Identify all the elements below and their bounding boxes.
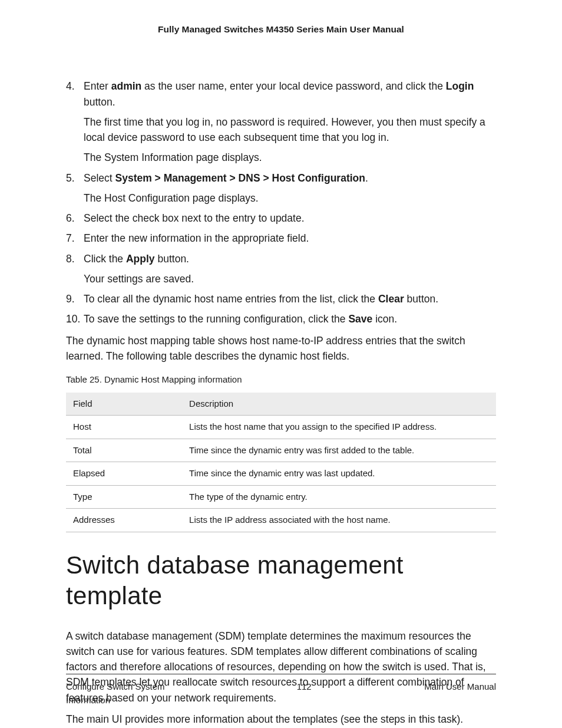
step-text: Enter: [84, 80, 111, 92]
step-detail: Your settings are saved.: [84, 271, 496, 286]
step-9: To clear all the dynamic host name entri…: [66, 291, 496, 307]
table-header-description: Description: [182, 393, 496, 416]
paragraph: The dynamic host mapping table shows hos…: [66, 333, 496, 364]
bold-login: Login: [446, 80, 474, 92]
step-text: as the user name, enter your local devic…: [141, 80, 446, 92]
step-text: button.: [404, 293, 438, 305]
numbered-steps: Enter admin as the user name, enter your…: [66, 78, 496, 327]
table-cell-field: Host: [66, 416, 182, 439]
step-detail: The Host Configuration page displays.: [84, 190, 496, 206]
footer-page-number: 112: [297, 680, 312, 707]
step-text: Enter the new information in the appropr…: [84, 232, 309, 244]
step-text: Select: [84, 172, 115, 184]
bold-apply: Apply: [126, 253, 155, 265]
section-heading: Switch database management template: [66, 550, 496, 612]
step-4: Enter admin as the user name, enter your…: [66, 78, 496, 165]
table-cell-field: Total: [66, 439, 182, 462]
table-cell-field: Elapsed: [66, 462, 182, 486]
step-text: Select the check box next to the entry t…: [84, 212, 305, 224]
page-footer: Configure Switch System Information 112 …: [66, 674, 496, 707]
table-cell-field: Addresses: [66, 509, 182, 532]
table-cell-description: Time since the dynamic entry was last up…: [182, 462, 496, 486]
step-6: Select the check box next to the entry t…: [66, 210, 496, 226]
table-row: Type The type of the dynamic entry.: [66, 485, 496, 509]
step-text: To save the settings to the running conf…: [84, 313, 348, 325]
step-10: To save the settings to the running conf…: [66, 311, 496, 327]
bold-save: Save: [348, 313, 372, 325]
table-caption: Table 25. Dynamic Host Mapping informati…: [66, 373, 496, 387]
bold-admin: admin: [111, 80, 142, 92]
table-cell-description: Lists the host name that you assign to t…: [182, 416, 496, 439]
step-7: Enter the new information in the appropr…: [66, 230, 496, 246]
step-text: button.: [84, 96, 115, 108]
footer-right: Main User Manual: [424, 680, 496, 707]
step-8: Click the Apply button. Your settings ar…: [66, 251, 496, 287]
bold-clear: Clear: [378, 293, 404, 305]
table-cell-field: Type: [66, 485, 182, 509]
table-row: Total Time since the dynamic entry was f…: [66, 439, 496, 462]
step-text: Click the: [84, 253, 126, 265]
table-cell-description: Time since the dynamic entry was first a…: [182, 439, 496, 462]
table-cell-description: The type of the dynamic entry.: [182, 485, 496, 509]
bold-menu-path: System > Management > DNS > Host Configu…: [115, 172, 365, 184]
table-cell-description: Lists the IP address associated with the…: [182, 509, 496, 532]
table-row: Addresses Lists the IP address associate…: [66, 509, 496, 532]
table-header-row: Field Description: [66, 393, 496, 416]
table-row: Host Lists the host name that you assign…: [66, 416, 496, 439]
step-detail: The System Information page displays.: [84, 150, 496, 165]
step-text: button.: [155, 253, 189, 265]
step-detail: The first time that you log in, no passw…: [84, 114, 496, 146]
step-text: icon.: [372, 313, 397, 325]
page-content: Enter admin as the user name, enter your…: [66, 78, 496, 727]
step-text: .: [365, 172, 368, 184]
paragraph: The main UI provides more information ab…: [66, 711, 496, 727]
document-header: Fully Managed Switches M4350 Series Main…: [66, 22, 496, 36]
step-5: Select System > Management > DNS > Host …: [66, 170, 496, 206]
step-text: To clear all the dynamic host name entri…: [84, 293, 378, 305]
dynamic-host-table: Field Description Host Lists the host na…: [66, 393, 496, 532]
footer-left: Configure Switch System Information: [66, 680, 184, 707]
table-header-field: Field: [66, 393, 182, 416]
table-row: Elapsed Time since the dynamic entry was…: [66, 462, 496, 486]
